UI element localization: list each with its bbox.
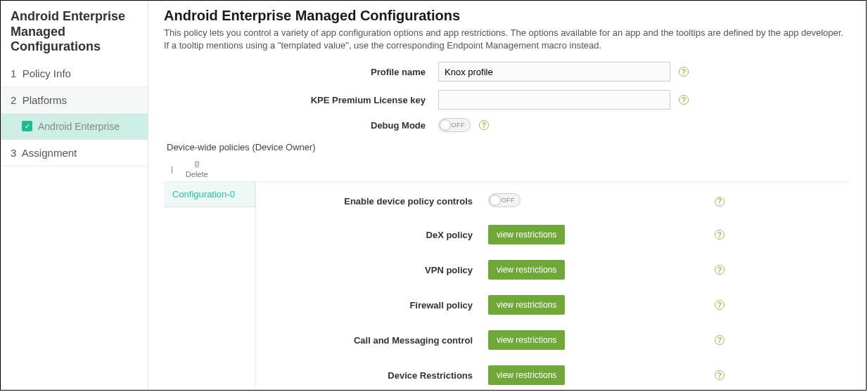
debug-mode-label: Debug Mode [164, 120, 438, 131]
page-description: This policy lets you control a variety o… [164, 27, 850, 52]
nav-label: Platforms [23, 94, 67, 106]
toggle-knob [490, 195, 501, 206]
profile-name-label: Profile name [164, 67, 438, 77]
nav-platforms[interactable]: 2 Platforms [1, 87, 148, 114]
page-title: Android Enterprise Managed Configuration… [164, 8, 850, 24]
section-label: Device-wide policies (Device Owner) [167, 142, 850, 152]
help-icon[interactable]: ? [715, 230, 725, 240]
help-icon[interactable]: ? [679, 67, 689, 77]
config-body: Enable device policy controls OFF ? DeX … [255, 182, 850, 390]
toggle-text: OFF [452, 122, 466, 129]
toolbar: | Delete [164, 159, 850, 181]
toggle-text: OFF [502, 197, 516, 204]
nav-label: Policy Info [23, 67, 71, 79]
dex-policy-label: DeX policy [256, 230, 488, 240]
sidebar-title: Android Enterprise Managed Configuration… [1, 1, 148, 60]
nav-label: Assignment [22, 147, 77, 159]
device-restrictions-view-button[interactable]: view restrictions [488, 365, 565, 385]
delete-button[interactable]: Delete [186, 159, 208, 178]
delete-label: Delete [186, 170, 208, 178]
nav-number: 2 [11, 94, 16, 106]
nav-number: 3 [11, 147, 16, 159]
firewall-policy-label: Firewall policy [256, 300, 488, 311]
profile-name-input[interactable] [438, 62, 670, 81]
nav-policy-info[interactable]: 1 Policy Info [1, 60, 148, 87]
vpn-view-button[interactable]: view restrictions [488, 260, 565, 280]
toggle-knob [440, 119, 451, 131]
sidebar: Android Enterprise Managed Configuration… [1, 1, 148, 390]
help-icon[interactable]: ? [715, 300, 725, 310]
nav-number: 1 [11, 67, 16, 79]
help-icon[interactable]: ? [715, 370, 725, 380]
vpn-policy-label: VPN policy [256, 265, 488, 275]
nav-sub-label: Android Enterprise [38, 121, 120, 132]
configuration-tab-0[interactable]: Configuration-0 [164, 182, 255, 207]
help-icon[interactable]: ? [715, 335, 725, 345]
firewall-view-button[interactable]: view restrictions [488, 295, 565, 315]
help-icon[interactable]: ? [479, 120, 489, 130]
enable-controls-toggle[interactable]: OFF [488, 193, 521, 207]
debug-mode-toggle[interactable]: OFF [438, 118, 471, 132]
help-icon[interactable]: ? [715, 265, 725, 275]
dex-view-button[interactable]: view restrictions [488, 225, 565, 244]
call-messaging-label: Call and Messaging control [256, 335, 488, 346]
toolbar-divider: | [171, 165, 173, 174]
nav-android-enterprise[interactable]: ✓ Android Enterprise [1, 114, 148, 140]
help-icon[interactable]: ? [679, 95, 689, 105]
trash-icon [193, 159, 201, 169]
license-key-input[interactable] [438, 90, 670, 110]
call-messaging-view-button[interactable]: view restrictions [488, 330, 565, 350]
config-tabs: Configuration-0 [164, 182, 255, 390]
license-key-label: KPE Premium License key [164, 95, 438, 105]
help-icon[interactable]: ? [715, 197, 725, 207]
device-restrictions-label: Device Restrictions [256, 370, 488, 381]
main-content: Android Enterprise Managed Configuration… [148, 1, 866, 390]
nav-assignment[interactable]: 3 Assignment [1, 140, 148, 166]
check-icon: ✓ [22, 121, 32, 131]
enable-controls-label: Enable device policy controls [256, 196, 488, 207]
